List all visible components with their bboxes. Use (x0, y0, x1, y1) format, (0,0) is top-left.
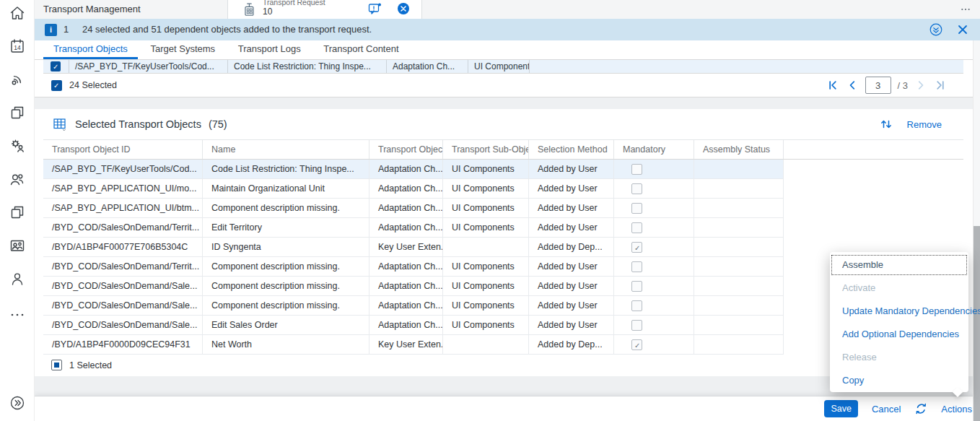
tab-target-systems[interactable]: Target Systems (140, 40, 225, 59)
sidebar-item-add-contact[interactable] (9, 170, 26, 188)
cell-transport-object: Adaptation Ch... (369, 316, 443, 335)
info-message-bar: i 1 24 selected and 51 dependent objects… (35, 19, 980, 40)
menu-item-assemble[interactable]: Assemble (830, 253, 968, 277)
cell-empty (784, 199, 963, 218)
sidebar-item-documents[interactable] (9, 204, 26, 221)
cell-assembly-status (694, 199, 784, 218)
mandatory-checkbox[interactable] (631, 203, 642, 214)
cell-name: Maintain Organizational Unit (203, 179, 369, 199)
menu-item-release: Release (830, 346, 968, 369)
table-row[interactable]: /SAP_BYD_APPLICATION_UI/btm... Component… (43, 199, 963, 218)
column-header-transport-object-id[interactable]: Transport Object ID (43, 140, 203, 159)
sidebar-item-home[interactable] (9, 4, 26, 22)
save-button[interactable]: Save (824, 400, 858, 417)
mandatory-checkbox[interactable] (631, 242, 642, 253)
column-header-transport-sub-object[interactable]: Transport Sub-Obje (443, 140, 529, 159)
mandatory-checkbox[interactable] (631, 164, 642, 175)
cell-transport-sub-object: UI Components (443, 160, 529, 179)
cell-transport-object-id: /SAP_BYD_TF/KeyUserTools/Cod... (69, 60, 227, 73)
page-title: Transport Management (43, 0, 141, 19)
column-header-selection-method[interactable]: Selection Method (529, 140, 614, 159)
column-header-transport-object[interactable]: Transport Object (369, 140, 443, 159)
first-page-icon[interactable] (826, 79, 839, 92)
table-row[interactable]: /BYD/A1BP4F00077E706B5304C ID Syngenta K… (43, 238, 963, 257)
cell-name: Code List Restriction: Thing Inspe... (227, 60, 386, 73)
cell-selection-method: Added by User (529, 199, 614, 218)
mandatory-checkbox[interactable] (631, 320, 642, 331)
column-header-mandatory[interactable]: Mandatory (614, 140, 694, 159)
table-row[interactable]: /BYD/A1BP4F0000D09CEC94F31 Net Worth Key… (43, 335, 963, 355)
page-number-input[interactable] (865, 77, 891, 94)
cell-transport-object-id: /BYD_COD/SalesOnDemand/Territ... (43, 218, 203, 238)
refresh-icon[interactable] (914, 402, 927, 415)
mandatory-checkbox[interactable] (631, 281, 642, 292)
cell-selection-method: Added by User (529, 218, 614, 238)
sidebar-item-user-settings[interactable] (9, 137, 26, 155)
header-overflow-icon[interactable] (960, 4, 971, 15)
select-all-checkbox[interactable] (51, 80, 62, 91)
pagination: / 3 (826, 77, 963, 94)
table-row[interactable]: /BYD_COD/SalesOnDemand/Sale... Component… (43, 296, 963, 316)
remove-button[interactable]: Remove (907, 119, 942, 130)
sort-icon[interactable] (880, 118, 893, 131)
table-row[interactable]: /SAP_BYD_APPLICATION_UI/mo... Maintain O… (43, 179, 963, 199)
sidebar-item-more[interactable] (9, 306, 26, 324)
sidebar-item-person[interactable] (9, 270, 26, 287)
close-message-icon[interactable] (957, 24, 968, 35)
close-tab-icon[interactable] (397, 2, 410, 15)
vertical-scrollbar-thumb[interactable] (974, 226, 980, 421)
row-checkbox-checked[interactable] (51, 61, 61, 71)
table-row[interactable]: /BYD_COD/SalesOnDemand/Territ... Edit Te… (43, 218, 963, 238)
cell-selection-method: Added by Dep... (529, 238, 614, 257)
cell-assembly-status (694, 257, 784, 277)
cell-transport-object: Adaptation Ch... (386, 60, 468, 73)
tab-transport-content[interactable]: Transport Content (313, 40, 408, 59)
menu-item-add-optional-dependencies[interactable]: Add Optional Dependencies (830, 323, 968, 346)
transport-request-tab[interactable]: Transport Request 10 (227, 0, 422, 19)
table-row[interactable]: /BYD_COD/SalesOnDemand/Sale... Component… (43, 277, 963, 296)
cell-name: Component description missing. (203, 277, 369, 296)
actions-menu: AssembleActivateUpdate Mandatory Depende… (830, 252, 968, 392)
table-row[interactable]: /SAP_BYD_TF/KeyUserTools/Cod... Code Lis… (43, 160, 963, 179)
previous-page-icon[interactable] (846, 79, 859, 92)
tab-transport-objects[interactable]: Transport Objects (43, 40, 138, 59)
actions-button[interactable]: Actions (941, 404, 972, 415)
vertical-scrollbar[interactable] (973, 40, 980, 421)
cell-mandatory (614, 277, 694, 296)
sidebar-item-team[interactable] (9, 237, 26, 254)
table-row[interactable]: /BYD_COD/SalesOnDemand/Sale... Edit Sale… (43, 316, 963, 335)
table-view-icon[interactable] (53, 118, 66, 131)
sidebar-item-copy[interactable] (9, 104, 26, 121)
last-page-icon[interactable] (934, 79, 947, 92)
table-header-row: Transport Object ID Name Transport Objec… (43, 139, 963, 160)
cancel-button[interactable]: Cancel (872, 404, 901, 415)
column-header-assembly-status[interactable]: Assembly Status (694, 140, 784, 159)
sidebar-item-feed[interactable] (9, 71, 26, 88)
transport-icon (241, 1, 257, 18)
menu-item-update-mandatory-dependencies[interactable]: Update Mandatory Dependencies (830, 300, 968, 323)
next-page-icon[interactable] (914, 79, 927, 92)
cell-mandatory (614, 160, 694, 179)
table-row[interactable]: /BYD_COD/SalesOnDemand/Territ... Compone… (43, 257, 963, 277)
mandatory-checkbox[interactable] (631, 339, 642, 350)
mandatory-checkbox[interactable] (631, 300, 642, 311)
cell-mandatory (614, 257, 694, 277)
sidebar-expand-button[interactable] (9, 394, 26, 412)
notification-icon[interactable] (367, 1, 382, 17)
partial-select-checkbox[interactable] (51, 360, 62, 370)
selected-transport-object-row[interactable]: /SAP_BYD_TF/KeyUserTools/Cod... Code Lis… (43, 60, 963, 74)
mandatory-checkbox[interactable] (631, 261, 642, 272)
calendar-icon: 14 (9, 38, 26, 55)
mandatory-checkbox[interactable] (631, 222, 642, 233)
cell-transport-object-id: /BYD/A1BP4F0000D09CEC94F31 (43, 335, 203, 355)
feed-icon (9, 71, 26, 88)
cell-selection-method: Added by User (529, 179, 614, 199)
tab-transport-logs[interactable]: Transport Logs (228, 40, 311, 59)
cell-transport-sub-object: UI Components (443, 277, 529, 296)
column-header-name[interactable]: Name (203, 140, 369, 159)
menu-item-copy[interactable]: Copy (830, 369, 968, 392)
sidebar-item-calendar[interactable]: 14 (9, 38, 26, 55)
selected-count-label: 24 Selected (69, 80, 117, 90)
mandatory-checkbox[interactable] (631, 183, 642, 194)
expand-messages-icon[interactable] (929, 23, 942, 36)
